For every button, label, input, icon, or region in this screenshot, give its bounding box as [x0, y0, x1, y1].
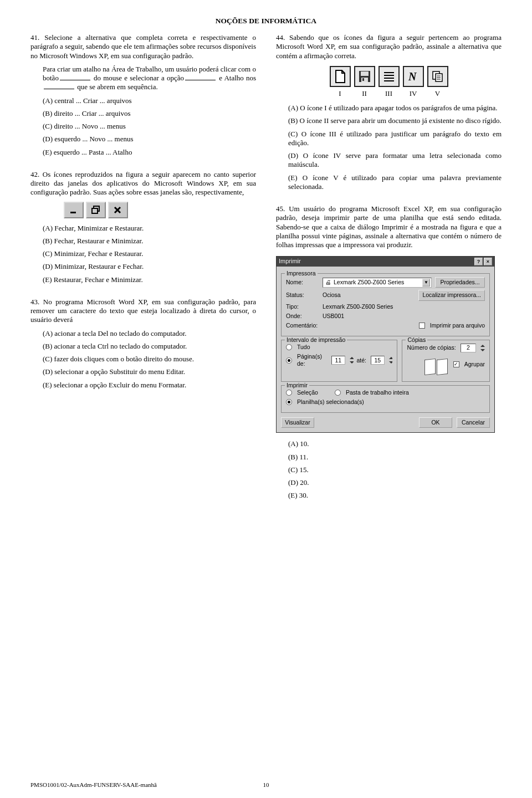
printer-group: Impressora Nome: 🖨 Lexmark Z500-Z600 Ser…: [281, 273, 490, 336]
label-tipo: Tipo:: [286, 303, 319, 310]
q44-opt-d[interactable]: (D) O ícone IV serve para formatar uma l…: [288, 151, 502, 170]
bold-n-icon: N: [403, 66, 424, 87]
q41-opt-d[interactable]: (D) esquerdo ... Novo ... menus: [43, 135, 256, 144]
q45-opt-d[interactable]: (D) 20.: [288, 478, 502, 487]
q42-opt-c[interactable]: (C) Minimizar, Fechar e Restaurar.: [43, 249, 256, 258]
section-title: NOÇÕES DE INFORMÁTICA: [30, 17, 502, 25]
help-button[interactable]: ?: [474, 258, 483, 265]
q41-opt-c[interactable]: (C) direito ... Novo ... menus: [43, 122, 256, 131]
print-to-file-checkbox[interactable]: [419, 323, 425, 329]
radio-paginas[interactable]: [286, 357, 292, 364]
q43-opt-b[interactable]: (B) acionar a tecla Ctrl no teclado do c…: [43, 342, 256, 351]
word-icons-figure: N: [276, 66, 502, 87]
chevron-down-icon[interactable]: ▼: [422, 279, 430, 287]
ok-button[interactable]: OK: [419, 417, 452, 428]
q43-opt-a[interactable]: (A) acionar a tecla Del no teclado do co…: [43, 329, 256, 338]
collate-checkbox[interactable]: ✓: [453, 361, 459, 367]
radio-selecao-label: Seleção: [297, 389, 318, 396]
radio-paginas-label: Página(s) de:: [297, 353, 327, 367]
svg-rect-0: [70, 212, 76, 213]
label-onde: Onde:: [286, 313, 319, 320]
question-43: 43. No programa Microsoft Word XP, em su…: [30, 298, 256, 390]
q42-num: 42.: [30, 170, 39, 178]
q45-text: Um usuário do programa Microsoft Excel X…: [276, 204, 502, 249]
justify-icon: [378, 66, 400, 87]
blank: [185, 74, 216, 80]
blank: [44, 83, 74, 90]
q45-opt-b[interactable]: (B) 11.: [288, 453, 502, 462]
page-to-input[interactable]: 15: [371, 356, 385, 365]
question-45: 45. Um usuário do programa Microsoft Exc…: [276, 204, 502, 500]
q45-opt-c[interactable]: (C) 15.: [288, 466, 502, 474]
q43-opt-e[interactable]: (E) selecionar a opção Excluir do menu F…: [43, 381, 256, 390]
radio-planilha[interactable]: [286, 399, 292, 405]
q43-num: 43.: [30, 298, 39, 306]
q42-opt-e[interactable]: (E) Restaurar, Fechar e Minimizar.: [43, 275, 256, 284]
printer-name-val: Lexmark Z500-Z600 Series: [334, 279, 404, 286]
icon-label-1: I: [330, 89, 351, 98]
print-what-title: Imprimir: [285, 382, 309, 389]
print-to-file-label: Imprimir para arquivo: [430, 322, 485, 329]
svg-marker-24: [480, 345, 485, 347]
q44-num: 44.: [276, 33, 285, 42]
status-value: Ociosa: [323, 291, 415, 299]
copy-icon: [427, 66, 448, 87]
q45-opt-a[interactable]: (A) 10.: [288, 439, 502, 448]
icon-label-5: V: [427, 89, 448, 98]
svg-rect-8: [361, 78, 368, 82]
label-comentario: Comentário:: [286, 322, 319, 329]
printer-group-title: Impressora: [285, 270, 318, 277]
q43-opt-c[interactable]: (C) fazer dois cliques com o botão direi…: [43, 355, 256, 364]
q41-opt-b[interactable]: (B) direito ... Criar ... arquivos: [43, 109, 256, 118]
q45-opt-e[interactable]: (E) 30.: [288, 491, 502, 500]
print-what-group: Imprimir Seleção Pasta de trabalho intei…: [281, 385, 490, 413]
q44-opt-c[interactable]: (C) O ícone III é utilizado para justifi…: [288, 130, 502, 148]
radio-tudo[interactable]: [286, 344, 292, 350]
svg-rect-2: [92, 208, 98, 213]
q43-opt-d[interactable]: (D) selecionar a opção Substituir do men…: [43, 367, 256, 376]
radio-pasta[interactable]: [335, 390, 341, 396]
label-ncopies: Número de cópias:: [407, 344, 456, 351]
q44-opt-b[interactable]: (B) O ícone II serve para abrir um docum…: [288, 116, 502, 125]
spinner-icon[interactable]: [350, 356, 354, 364]
page-number: 10: [258, 781, 274, 788]
q41-num: 41.: [30, 33, 39, 42]
q42-opt-b[interactable]: (B) Fechar, Restaurar e Minimizar.: [43, 237, 256, 245]
copies-group-title: Cópias: [406, 336, 427, 344]
q42-opt-a[interactable]: (A) Fechar, Minimizar e Restaurar.: [43, 224, 256, 233]
spinner-icon[interactable]: [389, 356, 393, 364]
printer-name-combo[interactable]: 🖨 Lexmark Z500-Z600 Series ▼: [323, 278, 432, 288]
restore-icon: [86, 202, 106, 218]
range-group-title: Intervalo de impressão: [285, 336, 347, 344]
find-printer-button[interactable]: Localizar impressora...: [418, 290, 485, 300]
q42-text: Os ícones reproduzidos na figura a segui…: [30, 170, 256, 197]
spinner-icon[interactable]: [480, 344, 485, 352]
range-group: Intervalo de impressão Tudo Página(s) de…: [281, 340, 397, 382]
radio-selecao[interactable]: [286, 390, 292, 396]
radio-tudo-label: Tudo: [297, 344, 310, 351]
q44-text: Sabendo que os ícones da figura a seguir…: [276, 33, 502, 60]
onde-value: USB001: [323, 313, 344, 320]
collate-preview-icon: [422, 355, 450, 375]
label-status: Status:: [286, 291, 319, 299]
page-from-input[interactable]: 11: [331, 356, 345, 365]
page-footer: PMSO1001/02-AuxAdm-FUNSERV-SAAE-manhã 10: [30, 781, 502, 788]
svg-rect-9: [362, 78, 364, 81]
svg-marker-22: [389, 357, 393, 359]
q44-opt-e[interactable]: (E) O ícone V é utilizado para copiar um…: [288, 173, 502, 192]
close-button[interactable]: ×: [484, 258, 492, 265]
radio-pasta-label: Pasta de trabalho inteira: [346, 389, 409, 396]
q41-para3: e Atalho nos: [219, 74, 256, 82]
collate-label: Agrupar: [464, 361, 485, 368]
q44-opt-a[interactable]: (A) O ícone I é utilizado para apagar to…: [288, 104, 502, 112]
q41-opt-a[interactable]: (A) central ... Criar ... arquivos: [43, 96, 256, 105]
question-42: 42. Os ícones reproduzidos na figura a s…: [30, 170, 256, 284]
copies-input[interactable]: 2: [461, 344, 476, 352]
cancel-button[interactable]: Cancelar: [457, 417, 490, 428]
preview-button[interactable]: Visualizar: [281, 417, 314, 428]
q42-opt-d[interactable]: (D) Minimizar, Restaurar e Fechar.: [43, 262, 256, 271]
icon-label-2: II: [354, 89, 375, 98]
properties-button[interactable]: Propriedades...: [435, 277, 485, 288]
q41-opt-e[interactable]: (E) esquerdo ... Pasta ... Atalho: [43, 148, 256, 157]
minimize-icon: [64, 202, 84, 218]
